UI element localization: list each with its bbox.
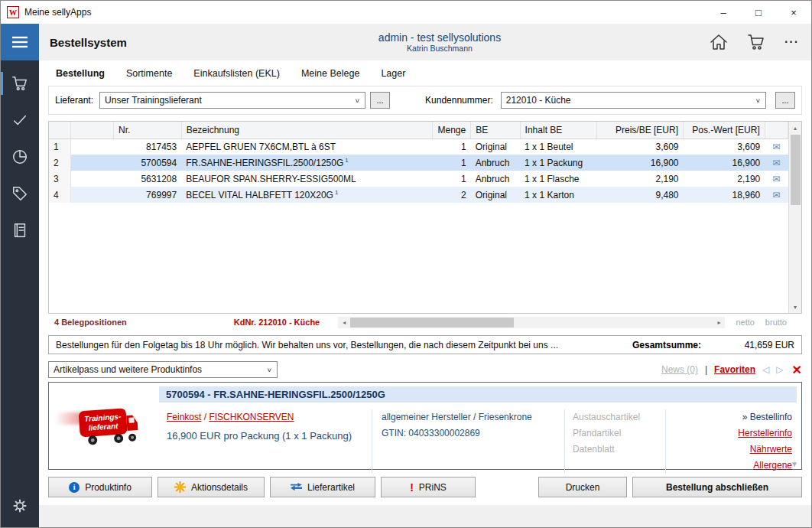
vertical-scrollbar[interactable]: ▴ ▾: [788, 122, 801, 313]
check-icon: [11, 112, 28, 129]
flag-datenblatt: Datenblatt: [573, 442, 658, 458]
netto-label[interactable]: netto: [736, 318, 754, 327]
tab-bestellung[interactable]: Bestellung: [56, 68, 105, 79]
scroll-down-icon[interactable]: ▾: [789, 301, 802, 313]
hersteller-info: allgemeiner Hersteller / Friesenkrone: [382, 409, 555, 425]
drucken-button[interactable]: Drucken: [538, 477, 627, 497]
tab-meine-belege[interactable]: Meine Belege: [301, 68, 359, 79]
herstellerinfo-link[interactable]: Herstellerinfo: [666, 425, 792, 442]
star-burst-icon: [174, 481, 186, 493]
tab-lager[interactable]: Lager: [381, 68, 405, 79]
scroll-up-icon[interactable]: ▴: [789, 122, 802, 134]
product-info-select[interactable]: Artikelpass und weitere Produktinfos ∨: [48, 361, 278, 378]
lieferant-label: Lieferant:: [55, 95, 93, 106]
account-name: admin - test sellysolutions: [210, 31, 669, 44]
price-tag-icon: [11, 185, 28, 202]
settings-button[interactable]: [1, 492, 39, 520]
brutto-label[interactable]: brutto: [765, 318, 787, 327]
lieferant-more-button[interactable]: ...: [370, 92, 390, 109]
news-link[interactable]: News (0): [661, 364, 698, 375]
gear-icon: [12, 498, 28, 513]
order-deadline-message: Bestellungen für den Folgetag bis 18 Uhr…: [56, 340, 623, 350]
scrollbar-thumb[interactable]: [350, 318, 513, 328]
pie-chart-icon: [11, 148, 28, 165]
window-title: Meine sellyApps: [24, 7, 91, 18]
kdnr-status: KdNr. 212010 - Küche: [234, 318, 320, 327]
allergene-link[interactable]: Allergene: [666, 458, 792, 474]
close-panel-icon[interactable]: ✕: [792, 363, 802, 377]
sidebar-item-preise[interactable]: [1, 180, 39, 207]
gtin: GTIN: 04033300002869: [382, 425, 555, 442]
tab-sortimente[interactable]: Sortimente: [126, 68, 172, 79]
sidebar-item-bestellung[interactable]: [1, 70, 39, 97]
prev-article-icon[interactable]: ◁: [762, 364, 769, 375]
account-info: admin - test sellysolutions Katrin Busch…: [210, 31, 669, 53]
scrollbar-thumb[interactable]: [791, 135, 801, 205]
table-row[interactable]: 2 5700594 FR.SAHNE-HERINGSFIL.2500/1250G…: [49, 155, 788, 171]
order-table: Nr. Bezeichnung Menge BE Inhalt BE Preis…: [48, 121, 802, 314]
page-title: Bestellsystem: [50, 36, 210, 49]
summary-bar: Bestellungen für den Folgetag bis 18 Uhr…: [48, 335, 802, 354]
kundennummer-select[interactable]: 212010 - Küche ∨: [501, 92, 766, 109]
product-info-toolbar: Artikelpass und weitere Produktinfos ∨ N…: [48, 361, 802, 378]
separator: |: [705, 364, 707, 375]
catalog-icon: [11, 222, 28, 239]
menu-button[interactable]: [1, 24, 39, 60]
tab-einkaufslisten[interactable]: Einkaufslisten (EKL): [193, 68, 280, 79]
mail-icon[interactable]: ✉: [772, 174, 780, 184]
table-row[interactable]: 3 5631208 BEAUFOR SPAN.SHERRY-ESSIG500ML…: [49, 171, 788, 187]
aktionsdetails-button[interactable]: Aktionsdetails: [158, 477, 265, 497]
tab-bar: Bestellung Sortimente Einkaufslisten (EK…: [48, 60, 802, 86]
app-header: Bestellsystem admin - test sellysolution…: [39, 24, 811, 60]
next-article-icon[interactable]: ▷: [776, 364, 783, 375]
cart-icon[interactable]: [746, 33, 766, 51]
sidebar-item-katalog[interactable]: [1, 217, 39, 244]
product-title: 5700594 - FR.SAHNE-HERINGSFIL.2500/1250G: [159, 386, 797, 403]
panel-scroll-down-icon[interactable]: ▼: [791, 460, 798, 468]
total-label: Gesamtsumme:: [632, 340, 701, 350]
home-icon[interactable]: [710, 34, 728, 51]
produktinfo-button[interactable]: i Produktinfo: [48, 477, 152, 497]
app-window: W Meine sellyApps – □ ×: [0, 0, 812, 528]
sidebar-item-check[interactable]: [1, 106, 39, 134]
mail-icon[interactable]: ✉: [772, 158, 780, 168]
swap-arrows-icon: [291, 482, 302, 493]
grid-status-bar: 4 Belegpositionen KdNr. 212010 - Küche ◂…: [48, 315, 802, 329]
minimize-button[interactable]: –: [706, 1, 741, 24]
close-button[interactable]: ×: [776, 1, 811, 24]
mail-icon[interactable]: ✉: [772, 142, 780, 152]
category-link-fischkonserven[interactable]: FISCHKONSERVEN: [209, 412, 294, 422]
favoriten-link[interactable]: Favoriten: [714, 364, 755, 375]
horizontal-scrollbar[interactable]: ◂ ▸: [338, 317, 725, 328]
titlebar: W Meine sellyApps – □ ×: [1, 1, 811, 24]
truck-icon: Trainings- lieferant: [72, 401, 141, 451]
app-icon: W: [7, 6, 19, 18]
user-name: Katrin Buschmann: [210, 44, 669, 53]
supplier-logo: Trainings- lieferant: [54, 386, 159, 465]
kundennummer-more-button[interactable]: ...: [775, 92, 795, 109]
scroll-left-icon[interactable]: ◂: [338, 319, 350, 326]
chevron-down-icon: ∨: [267, 367, 272, 373]
lieferant-select[interactable]: Unser Trainingslieferant ∨: [99, 92, 365, 109]
cart-icon: [11, 75, 28, 92]
lieferartikel-button[interactable]: Lieferartikel: [270, 477, 375, 497]
product-detail-panel: Trainings- lieferant 5700594 - FR.SAHNE-…: [48, 382, 802, 470]
category-link-feinkost[interactable]: Feinkost: [167, 412, 201, 422]
sidebar-item-statistik[interactable]: [1, 143, 39, 171]
prins-button[interactable]: ! PRiNS: [381, 477, 476, 497]
scroll-right-icon[interactable]: ▸: [713, 319, 725, 326]
bestellung-abschliessen-button[interactable]: Bestellung abschließen: [632, 477, 802, 497]
flag-austauschartikel: Austauschartikel: [573, 409, 658, 425]
positions-count: 4 Belegpositionen: [54, 318, 127, 327]
sidebar: [1, 24, 39, 527]
bestellinfo-link[interactable]: » Bestellinfo: [666, 409, 792, 425]
naehrwerte-link[interactable]: Nährwerte: [666, 442, 792, 458]
maximize-button[interactable]: □: [741, 1, 776, 24]
more-menu-icon[interactable]: ···: [784, 35, 799, 49]
table-row[interactable]: 1 817453 AEPFEL GRUEN 7X6CM,BTL à 6ST 1 …: [49, 139, 788, 155]
product-price: 16,900 EUR pro Packung (1 x 1 Packung): [167, 428, 364, 444]
table-row[interactable]: 4 769997 BECEL VITAL HALBFETT 120X20G1 2…: [49, 187, 788, 203]
kundennummer-label: Kundennummer:: [425, 95, 493, 106]
info-icon: i: [69, 482, 80, 493]
mail-icon[interactable]: ✉: [772, 190, 780, 200]
